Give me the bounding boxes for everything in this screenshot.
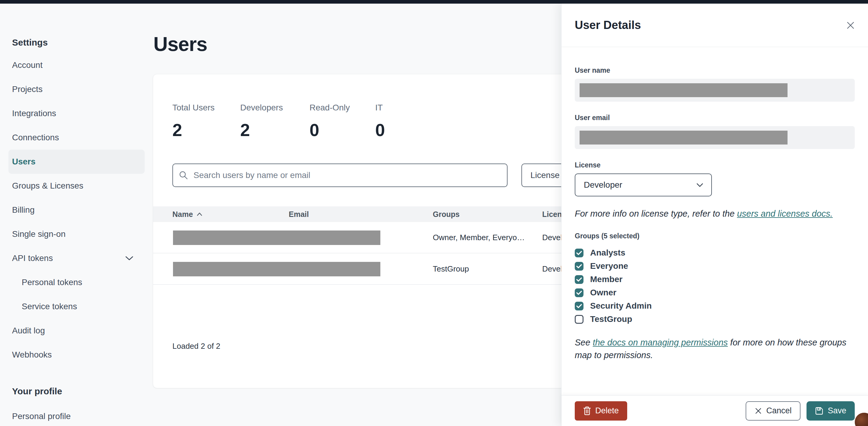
column-header-groups[interactable]: Groups <box>433 210 542 219</box>
panel-title: User Details <box>575 19 641 32</box>
user-name-field[interactable] <box>575 79 855 102</box>
checkbox-checked-icon[interactable] <box>575 262 584 271</box>
group-checkbox-row-testgroup[interactable]: TestGroup <box>575 313 855 326</box>
delete-button[interactable]: Delete <box>575 401 627 421</box>
license-note: For more info on license type, refer to … <box>575 207 855 220</box>
sidebar-nav: Account Projects Integrations Connection… <box>8 53 145 367</box>
permissions-note: See the docs on managing permissions for… <box>575 336 852 362</box>
user-email-field[interactable] <box>575 126 855 149</box>
sidebar-item-webhooks[interactable]: Webhooks <box>8 343 145 367</box>
user-stats: Total Users 2 Developers 2 Read-Only 0 I… <box>173 103 385 140</box>
stat-developers: Developers 2 <box>240 103 310 140</box>
sidebar-item-api-tokens[interactable]: API tokens <box>8 246 145 270</box>
save-disk-icon <box>815 407 824 415</box>
checkbox-checked-icon[interactable] <box>575 302 584 310</box>
stat-total-users: Total Users 2 <box>173 103 240 140</box>
sidebar-section-title-your-profile: Your profile <box>12 386 62 396</box>
users-card: Total Users 2 Developers 2 Read-Only 0 I… <box>153 74 575 388</box>
sidebar-item-projects[interactable]: Projects <box>8 77 145 102</box>
cancel-button[interactable]: Cancel <box>746 401 801 421</box>
redacted-name-email <box>173 230 380 245</box>
top-window-bar <box>0 0 868 4</box>
row-groups-cell: Owner, Member, Everyo… <box>433 233 542 242</box>
sidebar-item-personal-profile[interactable]: Personal profile <box>12 410 71 422</box>
sidebar-item-personal-tokens[interactable]: Personal tokens <box>8 270 145 294</box>
sidebar-item-connections[interactable]: Connections <box>8 125 145 150</box>
checkbox-checked-icon[interactable] <box>575 288 584 297</box>
chevron-down-icon <box>125 256 134 261</box>
column-header-name[interactable]: Name <box>173 210 289 219</box>
stat-read-only: Read-Only 0 <box>310 103 375 140</box>
chevron-down-icon <box>696 183 704 187</box>
sort-ascending-icon <box>196 212 203 216</box>
redacted-user-email <box>580 131 787 144</box>
redacted-name-email <box>173 262 380 276</box>
save-button[interactable]: Save <box>807 401 855 421</box>
user-details-panel: User Details User name User email Licens… <box>561 4 868 426</box>
license-select[interactable]: Developer <box>575 173 712 196</box>
user-name-label: User name <box>575 66 855 75</box>
x-icon <box>755 407 762 415</box>
table-row[interactable]: TestGroup Developer <box>153 253 575 285</box>
users-table-header: Name Email Groups License <box>153 206 575 222</box>
panel-footer: Delete Cancel Save <box>561 395 868 426</box>
group-checkbox-row-security-admin[interactable]: Security Admin <box>575 299 855 313</box>
sidebar-item-integrations[interactable]: Integrations <box>8 102 145 125</box>
sidebar-section-title-settings: Settings <box>12 37 48 48</box>
search-icon <box>179 171 188 180</box>
user-email-label: User email <box>575 114 855 122</box>
redacted-user-name <box>580 83 787 97</box>
group-checkbox-row-member[interactable]: Member <box>575 273 855 286</box>
users-and-licenses-docs-link[interactable]: users and licenses docs. <box>737 209 833 219</box>
license-select-value: Developer <box>584 180 622 190</box>
user-search <box>173 164 507 187</box>
groups-selected-label: Groups (5 selected) <box>575 232 855 240</box>
sidebar-item-account[interactable]: Account <box>8 53 145 77</box>
close-button[interactable] <box>844 19 857 32</box>
table-row[interactable]: Owner, Member, Everyo… Developer <box>153 222 575 253</box>
group-checkbox-row-everyone[interactable]: Everyone <box>575 259 855 273</box>
checkbox-checked-icon[interactable] <box>575 275 584 284</box>
sidebar-item-single-sign-on[interactable]: Single sign-on <box>8 222 145 246</box>
search-input[interactable] <box>193 170 501 180</box>
panel-header: User Details <box>561 4 868 47</box>
sidebar-item-audit-log[interactable]: Audit log <box>8 319 145 343</box>
page-title: Users <box>153 33 207 56</box>
stat-read-only-value: 0 <box>310 120 375 140</box>
loaded-count-text: Loaded 2 of 2 <box>173 342 220 351</box>
group-checkbox-row-owner[interactable]: Owner <box>575 286 855 299</box>
license-label: License <box>575 161 855 169</box>
checkbox-unchecked-icon[interactable] <box>575 315 584 324</box>
stat-it: IT 0 <box>375 103 385 140</box>
group-checkbox-row-analysts[interactable]: Analysts <box>575 246 855 259</box>
close-icon <box>846 21 855 30</box>
sidebar-item-service-tokens[interactable]: Service tokens <box>8 294 145 319</box>
trash-icon <box>583 406 591 416</box>
sidebar-item-billing[interactable]: Billing <box>8 198 145 222</box>
stat-developers-value: 2 <box>240 120 310 140</box>
stat-total-users-value: 2 <box>173 120 240 140</box>
sidebar-item-groups-licenses[interactable]: Groups & Licenses <box>8 174 145 198</box>
settings-sidebar: Settings Account Projects Integrations C… <box>0 4 152 426</box>
sidebar-item-users[interactable]: Users <box>8 150 145 174</box>
users-table: Name Email Groups License Owner, Member,… <box>153 206 575 285</box>
row-groups-cell: TestGroup <box>433 264 542 274</box>
column-header-email[interactable]: Email <box>289 210 433 219</box>
panel-body: User name User email License Developer F… <box>561 47 868 395</box>
managing-permissions-docs-link[interactable]: the docs on managing permissions <box>593 338 728 347</box>
stat-it-value: 0 <box>375 120 385 140</box>
checkbox-checked-icon[interactable] <box>575 249 584 257</box>
